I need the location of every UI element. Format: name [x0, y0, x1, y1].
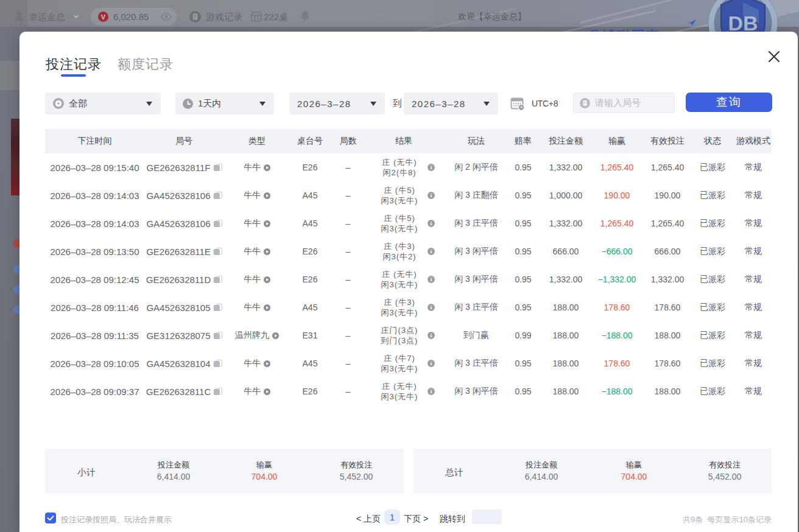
- svg-text:V: V: [101, 13, 106, 21]
- svg-text:DB: DB: [728, 12, 758, 32]
